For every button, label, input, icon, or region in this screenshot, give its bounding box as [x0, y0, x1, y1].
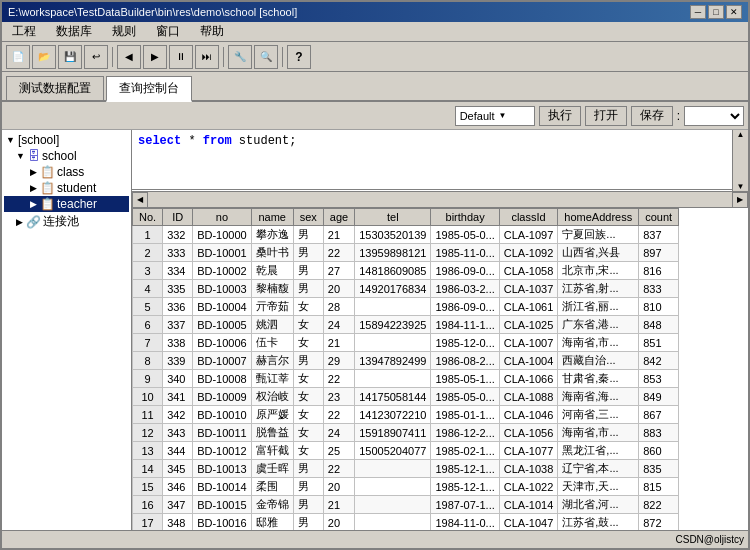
maximize-button[interactable]: □ — [708, 5, 724, 19]
tree-class[interactable]: ▶ 📋 class — [4, 164, 129, 180]
table-row: 12343BD-10011脱鲁益女24159189074111986-12-2.… — [133, 424, 679, 442]
scroll-up-icon[interactable]: ▲ — [737, 130, 745, 139]
tree-pool-label: 连接池 — [43, 213, 79, 230]
title-bar: E:\workspace\TestDataBuilder\bin\res\dem… — [2, 2, 748, 22]
sql-toolbar: Default ▼ 执行 打开 保存 : — [2, 102, 748, 130]
table-row: 6337BD-10005姚泗女24158942239251984-11-1...… — [133, 316, 679, 334]
col-header-count: count — [639, 209, 679, 226]
table-row: 8339BD-10007赫言尔男29139478924991986-08-2..… — [133, 352, 679, 370]
scroll-down-icon[interactable]: ▼ — [737, 182, 745, 191]
toolbar-btn-4[interactable]: ↩ — [84, 45, 108, 69]
tab-query-console[interactable]: 查询控制台 — [106, 76, 192, 102]
window-title: E:\workspace\TestDataBuilder\bin\res\dem… — [8, 6, 297, 18]
chevron-down-icon: ▼ — [499, 111, 507, 120]
status-text: CSDN@oljistcy — [676, 534, 745, 545]
table-row: 13344BD-10012富轩截女25150052040771985-02-1.… — [133, 442, 679, 460]
db-icon: 🗄 — [28, 149, 40, 163]
col-header-no: no — [193, 209, 252, 226]
tree-school-label: school — [42, 149, 77, 163]
sql-editor[interactable]: select * from student; — [132, 130, 732, 190]
table-row: 3334BD-10002乾晨男27148186090851986-09-0...… — [133, 262, 679, 280]
save-button[interactable]: 保存 — [631, 106, 673, 126]
editor-scrollbar[interactable]: ▲ ▼ — [732, 130, 748, 191]
scroll-track — [148, 192, 732, 207]
table-row: 1332BD-10000攀亦逸男21153035201391985-05-0..… — [133, 226, 679, 244]
tab-test-data[interactable]: 测试数据配置 — [6, 76, 104, 100]
tab-bar: 测试数据配置 查询控制台 — [2, 72, 748, 102]
scroll-left-icon[interactable]: ◀ — [132, 192, 148, 208]
table-icon: 📋 — [40, 165, 55, 179]
table-icon: 📋 — [40, 197, 55, 211]
table-body: 1332BD-10000攀亦逸男21153035201391985-05-0..… — [133, 226, 679, 531]
toolbar-btn-1[interactable]: 📄 — [6, 45, 30, 69]
tree-student[interactable]: ▶ 📋 student — [4, 180, 129, 196]
table-row: 2333BD-10001桑叶书男22139598981211985-11-0..… — [133, 244, 679, 262]
close-button[interactable]: ✕ — [726, 5, 742, 19]
menu-database[interactable]: 数据库 — [50, 21, 98, 42]
tree-class-label: class — [57, 165, 84, 179]
expand-icon: ▶ — [16, 217, 23, 227]
col-header-name: name — [251, 209, 293, 226]
expand-icon: ▶ — [30, 183, 37, 193]
toolbar-separator-2 — [223, 47, 224, 67]
menu-bar: 工程 数据库 规则 窗口 帮助 — [2, 22, 748, 42]
toolbar-separator-1 — [112, 47, 113, 67]
data-table: No.IDnonamesexagetelbirthdayclassIdhomeA… — [132, 208, 679, 530]
minimize-button[interactable]: ─ — [690, 5, 706, 19]
toolbar-btn-help[interactable]: ? — [287, 45, 311, 69]
tree-school[interactable]: ▼ 🗄 school — [4, 148, 129, 164]
open-button[interactable]: 打开 — [585, 106, 627, 126]
toolbar-btn-3[interactable]: 💾 — [58, 45, 82, 69]
tree-teacher-label: teacher — [57, 197, 97, 211]
right-panel: select * from student; ▲ ▼ ◀ ▶ — [132, 130, 748, 530]
table-row: 7338BD-10006伍卡女211985-12-0...CLA-1007海南省… — [133, 334, 679, 352]
toolbar-btn-9[interactable]: 🔧 — [228, 45, 252, 69]
col-header-homeAddress: homeAddress — [558, 209, 639, 226]
menu-help[interactable]: 帮助 — [194, 21, 230, 42]
tree-teacher[interactable]: ▶ 📋 teacher — [4, 196, 129, 212]
scroll-right-icon[interactable]: ▶ — [732, 192, 748, 208]
default-label: Default — [460, 110, 495, 122]
execute-button[interactable]: 执行 — [539, 106, 581, 126]
expand-icon: ▶ — [30, 199, 37, 209]
toolbar-btn-2[interactable]: 📂 — [32, 45, 56, 69]
col-header-age: age — [323, 209, 354, 226]
left-panel: ▼ [school] ▼ 🗄 school ▶ 📋 class ▶ 📋 stud… — [2, 130, 132, 530]
menu-project[interactable]: 工程 — [6, 21, 42, 42]
table-row: 9340BD-10008甄讧莘女221985-05-1...CLA-1066甘肃… — [133, 370, 679, 388]
toolbar-btn-6[interactable]: ▶ — [143, 45, 167, 69]
tree-pool[interactable]: ▶ 🔗 连接池 — [4, 212, 129, 231]
menu-window[interactable]: 窗口 — [150, 21, 186, 42]
col-header-classId: classId — [499, 209, 558, 226]
toolbar-btn-8[interactable]: ⏭ — [195, 45, 219, 69]
separator: : — [677, 109, 680, 123]
tree-student-label: student — [57, 181, 96, 195]
table-row: 5336BD-10004亓帝茹女281986-09-0...CLA-1061浙江… — [133, 298, 679, 316]
menu-rules[interactable]: 规则 — [106, 21, 142, 42]
table-row: 14345BD-10013虞壬晖男221985-12-1...CLA-1038辽… — [133, 460, 679, 478]
toolbar: 📄 📂 💾 ↩ ◀ ▶ ⏸ ⏭ 🔧 🔍 ? — [2, 42, 748, 72]
table-row: 15346BD-10014柔围男201985-12-1...CLA-1022天津… — [133, 478, 679, 496]
table-row: 16347BD-10015金帝锦男211987-07-1...CLA-1014湖… — [133, 496, 679, 514]
table-row: 17348BD-10016邸雅男201984-11-0...CLA-1047江苏… — [133, 514, 679, 531]
encoding-select[interactable] — [684, 106, 744, 126]
col-header-ID: ID — [163, 209, 193, 226]
table-area[interactable]: No.IDnonamesexagetelbirthdayclassIdhomeA… — [132, 208, 748, 530]
table-row: 11342BD-10010原严媛女22141230722101985-01-1.… — [133, 406, 679, 424]
toolbar-btn-10[interactable]: 🔍 — [254, 45, 278, 69]
window-controls: ─ □ ✕ — [690, 5, 742, 19]
table-icon: 📋 — [40, 181, 55, 195]
status-bar: CSDN@oljistcy — [2, 530, 748, 548]
toolbar-btn-5[interactable]: ◀ — [117, 45, 141, 69]
pool-icon: 🔗 — [26, 215, 41, 229]
expand-icon: ▼ — [6, 135, 15, 145]
default-select[interactable]: Default ▼ — [455, 106, 535, 126]
tree-root-label: [school] — [18, 133, 59, 147]
toolbar-btn-7[interactable]: ⏸ — [169, 45, 193, 69]
col-header-No: No. — [133, 209, 163, 226]
col-header-birthday: birthday — [431, 209, 499, 226]
tree-root[interactable]: ▼ [school] — [4, 132, 129, 148]
editor-hscroll: ◀ ▶ — [132, 192, 748, 208]
col-header-sex: sex — [293, 209, 323, 226]
table-row: 4335BD-10003黎楠馥男20149201768341986-03-2..… — [133, 280, 679, 298]
